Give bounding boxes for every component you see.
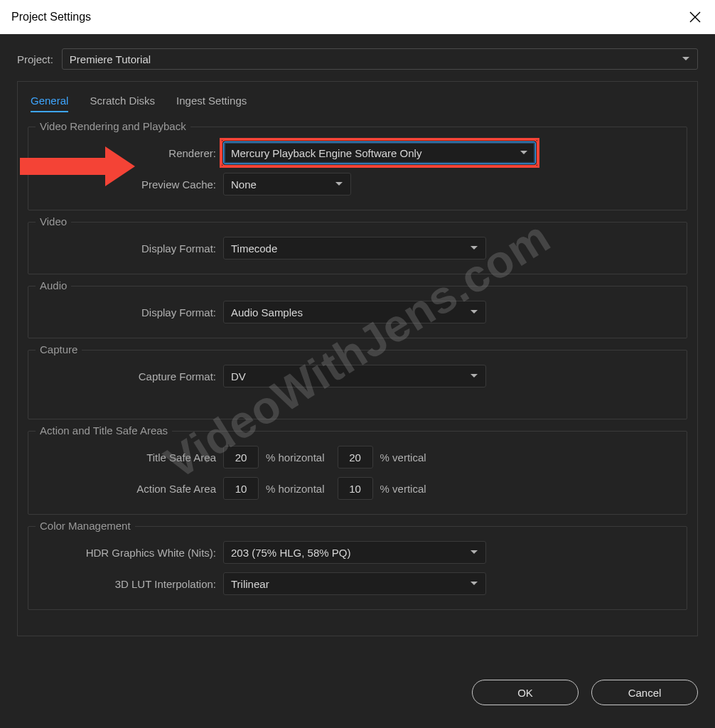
video-display-format-dropdown[interactable]: Timecode [223,237,486,259]
title-safe-v-input[interactable] [338,446,373,469]
video-display-format-value: Timecode [231,242,277,255]
action-safe-label: Action Safe Area [38,483,223,495]
project-label: Project: [17,53,53,65]
chevron-down-icon [520,149,528,157]
project-dropdown[interactable]: Premiere Tutorial [62,48,698,70]
capture-format-label: Capture Format: [38,370,223,382]
project-selector-row: Project: Premiere Tutorial [17,48,698,70]
audio-display-format-value: Audio Samples [231,306,303,318]
section-color-management: Color Management HDR Graphics White (Nit… [28,526,687,610]
tab-scratch-disks[interactable]: Scratch Disks [90,95,155,112]
pct-vertical-label: % vertical [380,451,426,464]
button-row: OK Cancel [455,670,715,715]
hdr-white-label: HDR Graphics White (Nits): [38,547,223,559]
section-video-title: Video [36,215,71,228]
audio-display-format-label: Display Format: [38,306,223,318]
action-safe-h-input[interactable] [223,477,259,500]
preview-cache-label: Preview Cache: [38,178,223,191]
preview-cache-value: None [231,178,257,191]
section-capture: Capture Capture Format: DV [28,350,687,419]
section-color-title: Color Management [36,520,135,532]
lut-interpolation-label: 3D LUT Interpolation: [38,578,223,590]
tab-general[interactable]: General [31,95,68,112]
title-safe-h-input[interactable] [223,446,259,469]
video-display-format-label: Display Format: [38,242,223,255]
section-video: Video Display Format: Timecode [28,222,687,274]
section-rendering-title: Video Rendering and Playback [36,120,190,132]
title-bar: Project Settings [0,0,715,34]
lut-interpolation-value: Trilinear [231,578,269,590]
lut-interpolation-dropdown[interactable]: Trilinear [223,572,486,595]
close-button[interactable] [687,9,704,26]
tab-region: General Scratch Disks Ingest Settings Vi… [17,81,698,636]
pct-horizontal-label-2: % horizontal [266,483,325,495]
project-value: Premiere Tutorial [70,53,151,65]
window-title: Project Settings [11,11,91,23]
preview-cache-dropdown[interactable]: None [223,173,351,196]
capture-format-value: DV [231,370,246,382]
audio-display-format-dropdown[interactable]: Audio Samples [223,301,486,323]
section-safe-areas-title: Action and Title Safe Areas [36,424,172,437]
tab-ingest-settings[interactable]: Ingest Settings [176,95,247,112]
section-audio: Audio Display Format: Audio Samples [28,286,687,338]
section-capture-title: Capture [36,343,82,355]
ok-button[interactable]: OK [472,680,579,705]
chevron-down-icon [335,180,343,188]
renderer-label: Renderer: [38,147,223,159]
action-safe-v-input[interactable] [338,477,373,500]
section-audio-title: Audio [36,279,71,291]
section-safe-areas: Action and Title Safe Areas Title Safe A… [28,431,687,515]
tabs: General Scratch Disks Ingest Settings [28,95,687,112]
chevron-down-icon [470,579,478,588]
hdr-white-dropdown[interactable]: 203 (75% HLG, 58% PQ) [223,541,486,564]
chevron-down-icon [470,548,478,557]
chevron-down-icon [682,55,690,63]
capture-format-dropdown[interactable]: DV [223,365,486,387]
hdr-white-value: 203 (75% HLG, 58% PQ) [231,547,350,559]
renderer-value: Mercury Playback Engine Software Only [231,147,421,159]
section-rendering: Video Rendering and Playback Renderer: M… [28,127,687,210]
chevron-down-icon [470,308,478,316]
title-safe-label: Title Safe Area [38,451,223,464]
chevron-down-icon [470,372,478,380]
pct-vertical-label-2: % vertical [380,483,426,495]
renderer-dropdown[interactable]: Mercury Playback Engine Software Only [223,141,536,164]
cancel-button[interactable]: Cancel [591,680,698,705]
pct-horizontal-label: % horizontal [266,451,325,464]
chevron-down-icon [470,244,478,252]
